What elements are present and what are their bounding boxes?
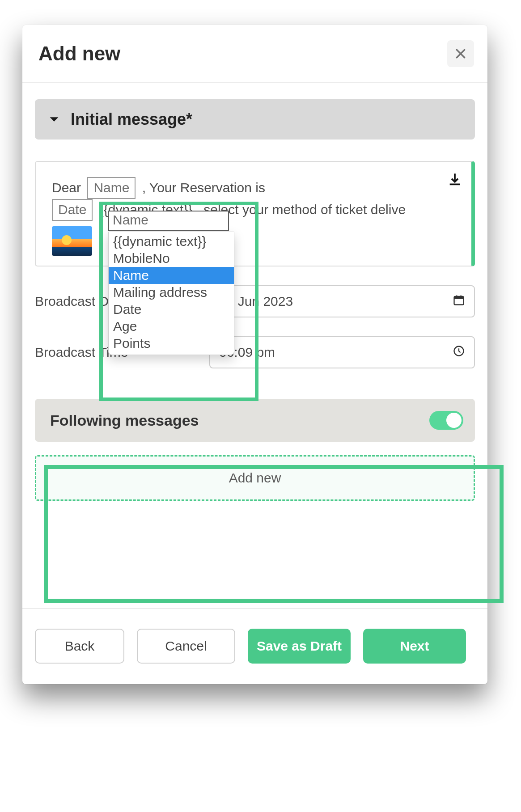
dropdown-item[interactable]: {{dynamic text}} xyxy=(109,233,234,250)
msg-mid1: , Your Reservation is xyxy=(142,180,265,195)
modal-title: Add new xyxy=(38,42,120,65)
initial-message-accordion[interactable]: Initial message* xyxy=(35,99,475,140)
variable-search-input[interactable]: Name xyxy=(108,211,229,231)
modal-panel: Add new Initial message* Dear Name , Y xyxy=(22,25,487,684)
close-button[interactable] xyxy=(447,40,474,67)
svg-rect-1 xyxy=(454,296,464,299)
broadcast-date-input[interactable]: 08 Jun 2023 xyxy=(209,285,475,317)
following-messages-title: Following messages xyxy=(50,412,199,429)
chevron-down-icon xyxy=(46,111,63,128)
close-icon xyxy=(454,47,467,60)
add-following-message-button[interactable]: Add new xyxy=(35,455,475,501)
date-placeholder-field[interactable]: Date xyxy=(52,199,93,221)
msg-mid2: select your method of ticket delive xyxy=(203,202,406,217)
following-messages-header: Following messages xyxy=(35,399,475,442)
download-button[interactable] xyxy=(447,172,462,187)
message-editor[interactable]: Dear Name , Your Reservation is Date {{d… xyxy=(35,161,475,266)
initial-message-label: Initial message* xyxy=(71,110,192,129)
calendar-icon xyxy=(453,294,465,309)
next-button[interactable]: Next xyxy=(363,629,466,664)
dropdown-item[interactable]: Age xyxy=(109,318,234,335)
variable-dropdown[interactable]: {{dynamic text}}MobileNoNameMailing addr… xyxy=(108,232,234,355)
broadcast-time-input[interactable]: 06:09 pm xyxy=(209,336,475,368)
dropdown-item[interactable]: Points xyxy=(109,335,234,352)
following-messages-toggle[interactable] xyxy=(429,411,463,430)
modal-footer: Back Cancel Save as Draft Next xyxy=(22,608,487,684)
back-button[interactable]: Back xyxy=(35,629,124,664)
clock-icon xyxy=(453,345,465,360)
modal-header: Add new xyxy=(22,25,487,83)
save-as-draft-button[interactable]: Save as Draft xyxy=(248,629,351,664)
dropdown-item[interactable]: Name xyxy=(109,267,234,284)
dropdown-item[interactable]: Date xyxy=(109,301,234,318)
msg-prefix: Dear xyxy=(52,180,81,195)
name-placeholder-field[interactable]: Name xyxy=(87,177,136,199)
cancel-button[interactable]: Cancel xyxy=(137,629,235,664)
dropdown-item[interactable]: Mailing address xyxy=(109,284,234,301)
dropdown-item[interactable]: MobileNo xyxy=(109,250,234,267)
add-new-label: Add new xyxy=(229,470,281,486)
message-image-thumbnail[interactable] xyxy=(52,226,92,256)
